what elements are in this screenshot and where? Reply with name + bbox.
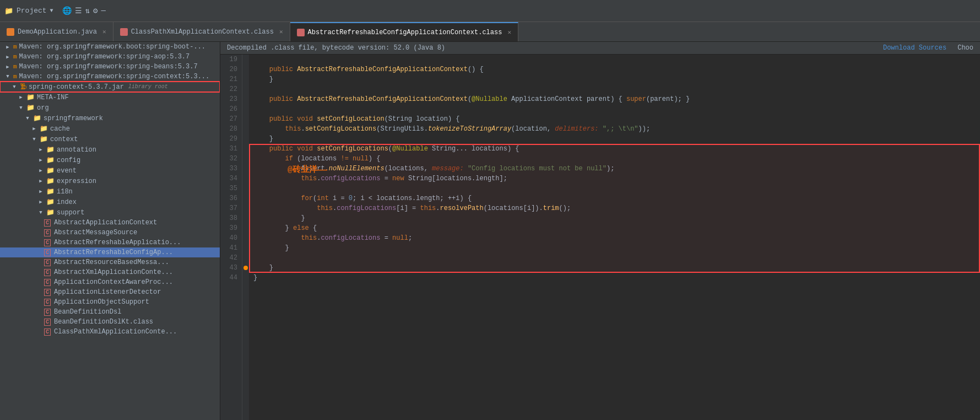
code-line-33: Assert.noNullElements(locations, message… <box>253 164 976 174</box>
sidebar-classpath-xml[interactable]: C ClassPathXmlApplicationConte... <box>0 327 220 337</box>
code-line-27: public void setConfigLocation(String loc… <box>253 114 976 124</box>
sidebar-cache[interactable]: ▶ 📁 cache <box>0 123 220 134</box>
app-listener-detector-label: ApplicationListenerDetector <box>54 288 161 296</box>
title-bar-left: 📁 Project ▼ <box>4 7 53 15</box>
tab-demo-close[interactable]: ✕ <box>102 28 106 35</box>
sidebar-maven-aop[interactable]: ▶ m Maven: org.springframework:spring-ao… <box>0 52 220 62</box>
abstract-refreshable-app-label: AbstractRefreshableApplicatio... <box>54 239 181 246</box>
tab-classpathxml[interactable]: ClassPathXmlApplicationContext.class ✕ <box>113 22 290 41</box>
gutter <box>242 55 249 420</box>
class-icon-8: C <box>44 289 51 296</box>
cache-label: cache <box>50 125 70 133</box>
app-obj-support-label: ApplicationObjectSupport <box>54 298 149 306</box>
tab-abstract-close[interactable]: ✕ <box>507 29 511 36</box>
sidebar-springframework[interactable]: ▼ 📁 springframework <box>0 113 220 123</box>
spring-jar-label: spring-context-5.3.7.jar <box>29 83 124 91</box>
arrow-springframework: ▼ <box>24 115 31 122</box>
tab-demo[interactable]: DemoApplication.java ✕ <box>0 22 113 41</box>
maven-beans-label: Maven: org.springframework:spring-beans:… <box>19 63 198 71</box>
tab-demo-label: DemoApplication.java <box>18 28 97 36</box>
code-line-37: this.configLocations[i] = this.resolvePa… <box>253 203 976 213</box>
sidebar-config[interactable]: ▶ 📁 config <box>0 155 220 165</box>
arrow-config: ▶ <box>37 157 44 164</box>
abstract-xml-label: AbstractXmlApplicationConte... <box>54 268 173 276</box>
expression-label: expression <box>57 177 96 185</box>
structure-icon[interactable]: ☰ <box>75 6 82 15</box>
maven-icon-1: m <box>13 44 17 50</box>
sidebar-spring-context-jar[interactable]: ▼ 🗜 spring-context-5.3.7.jar library roo… <box>0 82 220 92</box>
minimize-icon[interactable]: — <box>101 6 106 15</box>
sidebar-support[interactable]: ▼ 📁 support <box>0 207 220 218</box>
sidebar-index[interactable]: ▶ 📁 index <box>0 197 220 207</box>
maven-context-label: Maven: org.springframework:spring-contex… <box>19 73 210 80</box>
sidebar-abstract-resource-based[interactable]: C AbstractResourceBasedMessa... <box>0 257 220 267</box>
arrow-context: ▼ <box>31 136 37 143</box>
sidebar-event[interactable]: ▶ 📁 event <box>0 165 220 176</box>
sidebar-app-obj-support[interactable]: C ApplicationObjectSupport <box>0 297 220 307</box>
banner-actions: Download Sources Choo <box>883 44 973 52</box>
code-line-26 <box>253 104 976 114</box>
folder-icon-org: 📁 <box>26 104 35 112</box>
library-root-badge: library root <box>128 84 168 90</box>
folder-icon-event: 📁 <box>46 166 55 175</box>
globe-icon[interactable]: 🌐 <box>62 6 72 15</box>
sidebar-i18n[interactable]: ▶ 📁 i18n <box>0 186 220 197</box>
class-file-icon-1 <box>120 28 128 36</box>
code-line-36: for(int i = 0; i < locations.length; ++i… <box>253 193 976 203</box>
tab-bar: DemoApplication.java ✕ ClassPathXmlAppli… <box>0 22 980 42</box>
sidebar-bean-def-dsl[interactable]: C BeanDefinitionDsl <box>0 307 220 317</box>
download-sources-link[interactable]: Download Sources <box>883 44 946 52</box>
sidebar-abstract-app-context[interactable]: C AbstractApplicationContext <box>0 218 220 228</box>
sidebar-context[interactable]: ▼ 📁 context <box>0 134 220 144</box>
code-line-38: } <box>253 213 976 223</box>
abstract-app-context-label: AbstractApplicationContext <box>54 219 157 227</box>
title-bar: 📁 Project ▼ 🌐 ☰ ⇅ ⚙ — <box>0 0 980 22</box>
dropdown-arrow[interactable]: ▼ <box>50 8 53 14</box>
sidebar-abstract-refreshable-config[interactable]: C AbstractRefreshableConfigAp... <box>0 247 220 257</box>
java-file-icon <box>7 28 14 36</box>
code-content: public AbstractRefreshableConfigApplicat… <box>249 55 980 420</box>
sidebar-expression[interactable]: ▶ 📁 expression <box>0 176 220 186</box>
context-label: context <box>50 136 78 143</box>
sidebar-org[interactable]: ▼ 📁 org <box>0 103 220 113</box>
sidebar-maven-context[interactable]: ▼ m Maven: org.springframework:spring-co… <box>0 72 220 82</box>
sidebar-maven-boot[interactable]: ▶ m Maven: org.springframework.boot:spri… <box>0 42 220 52</box>
code-line-41: } <box>253 243 976 253</box>
arrow-annotation: ▶ <box>37 147 44 153</box>
code-editor[interactable]: 1920212223262728293132333435363738394041… <box>220 55 980 420</box>
tab-classpathxml-close[interactable]: ✕ <box>279 28 283 35</box>
sidebar-abstract-xml[interactable]: C AbstractXmlApplicationConte... <box>0 267 220 277</box>
sidebar-app-listener-detector[interactable]: C ApplicationListenerDetector <box>0 287 220 297</box>
class-icon-4: C <box>44 249 51 256</box>
sidebar-maven-beans[interactable]: ▶ m Maven: org.springframework:spring-be… <box>0 62 220 72</box>
support-label: support <box>57 209 84 217</box>
meta-inf-label: META-INF <box>37 94 69 101</box>
sidebar-bean-def-dsl-kt[interactable]: C BeanDefinitionDslKt.class <box>0 317 220 327</box>
org-label: org <box>37 104 49 112</box>
split-icon[interactable]: ⇅ <box>85 6 90 15</box>
sidebar-app-context-aware[interactable]: C ApplicationContextAwareProc... <box>0 277 220 287</box>
arrow-spring-jar: ▼ <box>11 84 18 90</box>
decompile-banner: Decompiled .class file, bytecode version… <box>220 42 980 55</box>
bean-def-dsl-kt-label: BeanDefinitionDslKt.class <box>54 318 153 326</box>
arrow-expression: ▶ <box>37 178 44 185</box>
maven-boot-label: Maven: org.springframework.boot:spring-b… <box>19 43 205 51</box>
project-icon: 📁 <box>4 7 13 15</box>
folder-icon-annotation: 📁 <box>46 146 55 154</box>
maven-icon-2: m <box>13 53 17 60</box>
settings-icon[interactable]: ⚙ <box>93 6 98 15</box>
folder-icon-springframework: 📁 <box>33 114 41 122</box>
sidebar-abstract-msg-source[interactable]: C AbstractMessageSource <box>0 228 220 238</box>
class-icon-9: C <box>44 299 51 306</box>
annotation-label: annotation <box>57 146 96 154</box>
code-area: Decompiled .class file, bytecode version… <box>220 42 980 420</box>
sidebar-annotation[interactable]: ▶ 📁 annotation <box>0 144 220 155</box>
event-label: event <box>57 167 77 175</box>
sidebar-meta-inf[interactable]: ▶ 📁 META-INF <box>0 92 220 103</box>
tab-abstract[interactable]: AbstractRefreshableConfigApplicationCont… <box>290 22 518 41</box>
class-icon-6: C <box>44 269 51 276</box>
code-line-43: } <box>253 263 976 273</box>
sidebar-abstract-refreshable-app[interactable]: C AbstractRefreshableApplicatio... <box>0 238 220 247</box>
i18n-label: i18n <box>57 188 73 196</box>
code-line-19 <box>253 55 976 64</box>
